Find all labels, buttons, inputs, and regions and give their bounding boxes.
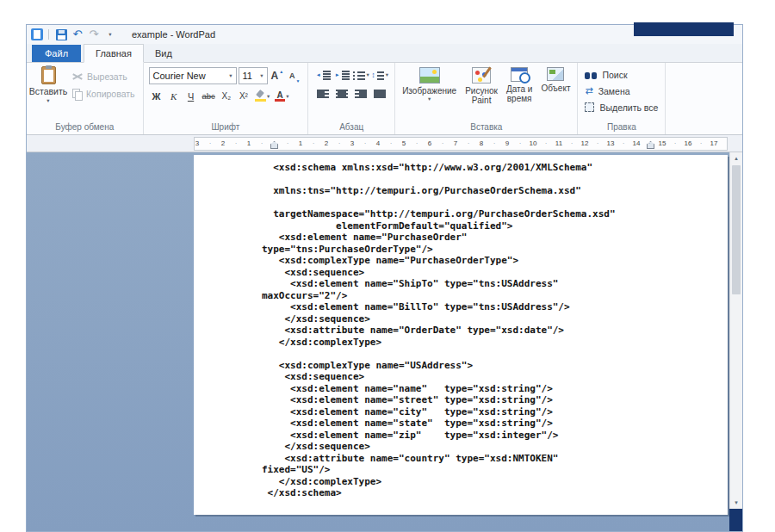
copy-icon (72, 89, 82, 100)
title-bar: ↶ ↷ ▾ example - WordPad (27, 25, 742, 44)
wordpad-window: ↶ ↷ ▾ example - WordPad Файл Главная Вид… (26, 24, 743, 532)
ruler-tick: · (648, 139, 651, 149)
justify-button[interactable] (371, 88, 388, 100)
strikethrough-button[interactable]: abc (201, 88, 217, 104)
shrink-font-button[interactable]: A ▼ (287, 68, 302, 84)
align-right-icon (355, 90, 367, 99)
align-left-button[interactable] (314, 88, 332, 100)
tab-file[interactable]: Файл (32, 45, 81, 62)
ruler-number: 3 (350, 139, 354, 149)
select-all-button[interactable]: Выделить все (585, 101, 658, 114)
increase-indent-button[interactable]: ► (333, 69, 350, 81)
ruler-number: 3 (195, 139, 199, 149)
font-color-letter: A (277, 91, 283, 99)
ruler-number: 14 (633, 139, 641, 149)
ruler-tick: · (209, 139, 212, 149)
vertical-scrollbar[interactable]: ▴ ▾ (729, 152, 742, 509)
align-right-button[interactable] (352, 88, 369, 100)
find-button[interactable]: Поиск (585, 68, 658, 81)
indent-marker[interactable] (270, 141, 278, 149)
bullet-list-icon (353, 71, 365, 80)
paint-label-line2: Paint (472, 96, 492, 105)
insert-image-button[interactable]: Изображение ▾ (399, 65, 460, 105)
replace-button[interactable]: ⇄ Замена (585, 84, 658, 97)
font-group-label: Шрифт (146, 121, 307, 134)
group-editing: Поиск ⇄ Замена Выделить все Правка (578, 63, 666, 134)
ruler-number: 12 (581, 139, 589, 149)
scissors-icon (72, 71, 83, 82)
group-paragraph: ◄ ► ▾ ↕ (308, 63, 395, 134)
ruler-tick: · (390, 139, 393, 149)
grow-font-icon: A (271, 70, 279, 82)
tab-view[interactable]: Вид (144, 45, 183, 62)
ribbon-tab-bar: Файл Главная Вид (27, 44, 742, 63)
object-icon (547, 67, 564, 81)
grow-font-button[interactable]: A ▲ (270, 68, 286, 84)
subscript-button[interactable]: X₂ (219, 88, 234, 104)
ruler-number: 5 (402, 139, 406, 149)
decrease-indent-button[interactable]: ◄ (314, 69, 332, 81)
line-spacing-icon (377, 71, 384, 80)
copy-button[interactable]: Копировать (70, 87, 138, 101)
bold-button[interactable]: Ж (149, 88, 164, 104)
window-title: example - WordPad (132, 29, 215, 40)
paint-label-line1: Рисунок (465, 86, 498, 96)
list-button[interactable]: ▾ (352, 69, 369, 81)
save-button[interactable] (54, 27, 68, 42)
ruler-tick: · (700, 139, 703, 149)
line-spacing-button[interactable]: ↕ ▾ (371, 69, 388, 81)
image-icon (419, 67, 440, 84)
customize-qat-button[interactable]: ▾ (103, 27, 117, 42)
font-content: Courier New ▾ 11 ▾ A ▲ A (146, 63, 307, 121)
decrease-indent-icon (323, 71, 331, 80)
page: <xsd:schema xmlns:xsd="http://www.w3.org… (194, 155, 728, 515)
ruler-tick: · (519, 139, 522, 149)
wordpad-app-icon[interactable] (31, 28, 43, 40)
scroll-down-icon[interactable]: ▾ (730, 499, 742, 506)
highlight-color-button[interactable]: ▾ (253, 88, 271, 104)
insert-object-button[interactable]: Объект (537, 65, 574, 105)
font-color-button[interactable]: A ▾ (273, 88, 290, 104)
justify-icon (374, 90, 386, 99)
ruler-tick: · (261, 139, 264, 149)
paste-dropdown-caret-icon: ▾ (46, 97, 49, 104)
paste-label: Вставить (29, 86, 68, 96)
cut-button[interactable]: Вырезать (70, 70, 138, 84)
save-icon (56, 29, 67, 40)
ruler-number: 17 (710, 139, 718, 149)
ruler-tick: · (597, 139, 599, 149)
calendar-clock-icon (511, 67, 528, 82)
italic-button[interactable]: К (166, 88, 182, 104)
cut-copy-column: Вырезать Копировать (68, 63, 141, 101)
ruler-tick: · (313, 139, 315, 149)
paste-button[interactable]: Вставить ▾ (28, 63, 68, 104)
underline-button[interactable]: Ч (183, 88, 199, 104)
tab-home[interactable]: Главная (84, 44, 144, 63)
up-arrow-icon: ▲ (279, 68, 283, 75)
ruler-number: 16 (685, 139, 692, 149)
document-area: <xsd:schema xmlns:xsd="http://www.w3.org… (27, 152, 742, 531)
paint-icon (472, 67, 491, 84)
group-insert: Изображение ▾ Рисунок Paint Дата и время (395, 63, 578, 134)
find-label: Поиск (602, 70, 627, 80)
ruler-number: 10 (530, 139, 537, 149)
up-down-arrow-icon: ↕ (371, 71, 375, 79)
ruler-number: 2 (221, 139, 225, 149)
ruler-number: 1 (247, 139, 251, 149)
ruler-number: 9 (505, 139, 509, 149)
scroll-up-icon[interactable]: ▴ (730, 155, 742, 162)
align-center-button[interactable] (333, 88, 350, 100)
scrollbar-thumb[interactable] (732, 165, 741, 294)
insert-paint-drawing-button[interactable]: Рисунок Paint (462, 65, 501, 105)
insert-datetime-button[interactable]: Дата и время (503, 65, 536, 105)
font-family-select[interactable]: Courier New ▾ (149, 67, 237, 84)
paragraph-content: ◄ ► ▾ ↕ (310, 63, 393, 121)
document-text[interactable]: <xsd:schema xmlns:xsd="http://www.w3.org… (194, 155, 728, 504)
paste-clipboard-icon (41, 66, 56, 84)
ribbon: Вставить ▾ Вырезать Копировать Буфер обм… (27, 63, 742, 135)
font-size-select[interactable]: 11 ▾ (239, 67, 268, 84)
redo-button[interactable]: ↷ (87, 27, 101, 42)
undo-button[interactable]: ↶ (71, 27, 84, 42)
superscript-button[interactable]: X² (236, 88, 251, 104)
window-controls-area[interactable] (634, 22, 734, 36)
